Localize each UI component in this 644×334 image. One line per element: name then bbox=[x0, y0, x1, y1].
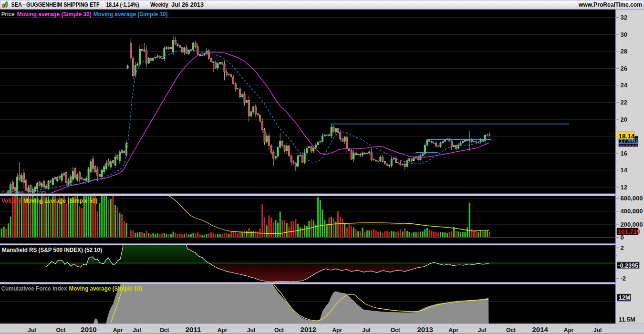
svg-text:Volume: Volume bbox=[1, 198, 21, 204]
svg-text:400,000: 400,000 bbox=[621, 208, 643, 215]
svg-text:2011: 2011 bbox=[186, 325, 201, 334]
svg-text:2013: 2013 bbox=[417, 325, 433, 334]
svg-text:20: 20 bbox=[621, 116, 627, 123]
svg-text:Cumulativee Force Index: Cumulativee Force Index bbox=[1, 285, 67, 292]
svg-text:30: 30 bbox=[621, 31, 627, 38]
svg-text:Oct: Oct bbox=[506, 327, 516, 334]
svg-text:Apr: Apr bbox=[332, 327, 342, 334]
svg-text:Oct: Oct bbox=[391, 327, 400, 334]
svg-text:Jul: Jul bbox=[133, 327, 141, 334]
svg-text:2012: 2012 bbox=[301, 325, 316, 334]
svg-text:www.ProRealTime.com: www.ProRealTime.com bbox=[578, 1, 642, 8]
svg-text:28: 28 bbox=[621, 48, 627, 55]
svg-text:Apr: Apr bbox=[218, 327, 228, 334]
svg-text:Moving average (Simple 30): Moving average (Simple 30) bbox=[17, 11, 92, 18]
svg-text:11.5M: 11.5M bbox=[619, 316, 635, 323]
svg-text:Jul 26 2013: Jul 26 2013 bbox=[171, 1, 204, 8]
svg-text:Jul: Jul bbox=[28, 327, 36, 334]
svg-text:16: 16 bbox=[621, 150, 627, 157]
svg-text:12M: 12M bbox=[619, 294, 630, 301]
svg-text:600,000: 600,000 bbox=[621, 195, 643, 202]
svg-text:101,719: 101,719 bbox=[618, 228, 640, 235]
svg-text:Mansfield RS (S&P 500 INDEX) (: Mansfield RS (S&P 500 INDEX) (52 10) bbox=[2, 247, 102, 253]
svg-text:Moving average (Simple 10): Moving average (Simple 10) bbox=[93, 11, 168, 18]
svg-text:Apr: Apr bbox=[113, 327, 123, 334]
svg-text:-2: -2 bbox=[621, 275, 626, 282]
svg-text:Moving average (Simple 10): Moving average (Simple 10) bbox=[69, 285, 142, 292]
svg-text:SEA - GUGGENHEIM SHIPPING ETF: SEA - GUGGENHEIM SHIPPING ETF bbox=[11, 1, 100, 8]
svg-text:Oct: Oct bbox=[56, 327, 65, 334]
svg-text:Oct: Oct bbox=[274, 327, 284, 334]
svg-text:200,000: 200,000 bbox=[621, 221, 643, 228]
svg-text:Weekly: Weekly bbox=[150, 1, 168, 8]
svg-text:Jul: Jul bbox=[362, 327, 370, 334]
svg-text:Jul: Jul bbox=[478, 327, 486, 334]
svg-text:2: 2 bbox=[621, 244, 624, 251]
svg-text:-0.2395: -0.2395 bbox=[618, 262, 638, 269]
svg-text:Price: Price bbox=[1, 11, 15, 18]
svg-text:12: 12 bbox=[621, 184, 627, 191]
svg-text:2010: 2010 bbox=[81, 325, 96, 334]
svg-text:32: 32 bbox=[621, 14, 627, 21]
svg-text:18.14: 18.14 bbox=[619, 133, 635, 140]
svg-text:Oct: Oct bbox=[159, 327, 169, 334]
svg-text:2014: 2014 bbox=[532, 325, 549, 334]
svg-text:Jul: Jul bbox=[593, 327, 602, 334]
svg-text:18.14 (-1.14%): 18.14 (-1.14%) bbox=[106, 1, 139, 8]
svg-text:14: 14 bbox=[621, 167, 628, 174]
svg-text:Jul: Jul bbox=[247, 327, 255, 334]
svg-text:22: 22 bbox=[621, 99, 627, 106]
svg-text:Moving average (Simple 50): Moving average (Simple 50) bbox=[23, 198, 97, 204]
svg-text:26: 26 bbox=[621, 65, 627, 72]
svg-text:Apr: Apr bbox=[448, 327, 458, 334]
svg-text:24: 24 bbox=[621, 82, 628, 89]
svg-text:Apr: Apr bbox=[564, 327, 574, 334]
